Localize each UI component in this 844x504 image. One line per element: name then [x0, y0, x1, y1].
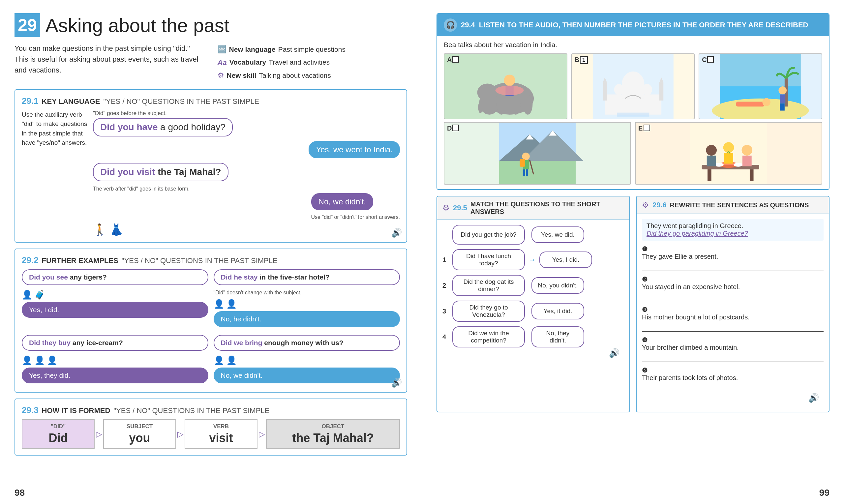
- person-ic-1: 👤: [22, 355, 32, 365]
- svg-point-5: [478, 84, 498, 101]
- match-q-3: Did they go to Venezuela?: [452, 301, 525, 322]
- audio-icon-29-1[interactable]: 🔊: [391, 228, 402, 238]
- listen-subtitle: Bea talks about her vacation in India.: [444, 41, 822, 49]
- rewrite-text-1: They gave Ellie a present.: [642, 253, 824, 260]
- figures-money: 👤 👤: [214, 355, 400, 365]
- q1-rest: a good holiday?: [160, 122, 226, 132]
- person-m-1: 👤: [214, 355, 224, 365]
- match-body: Did you get the job? Yes, we did. 1 Did …: [437, 220, 629, 367]
- match-row-3: 3 Did they go to Venezuela? Yes, it did.: [443, 301, 624, 322]
- bottom-row: ⚙ 29.5 MATCH THE QUESTIONS TO THE SHORT …: [436, 196, 829, 412]
- pic-a-label: A: [447, 56, 452, 64]
- pic-e-label: E: [638, 125, 643, 132]
- further-q2: Did he stay in the five-star hotel?: [214, 269, 400, 285]
- rewrite-header: ⚙ 29.6 REWRITE THE SENTENCES AS QUESTION…: [636, 196, 829, 214]
- rewrite-item-1: ❶ They gave Ellie a present.: [642, 245, 824, 271]
- did-money-pre: Did we bring: [221, 339, 263, 346]
- skill-icon: ⚙: [218, 69, 224, 82]
- svg-point-3: [497, 95, 506, 115]
- figures-icecream: 👤 👤 👤: [22, 355, 208, 365]
- pic-d-checkbox[interactable]: [452, 125, 459, 131]
- audio-icon-29-6[interactable]: 🔊: [637, 393, 819, 403]
- rewrite-example: They went paragliding in Greece. Did the…: [642, 219, 824, 241]
- did-tigers-rest: any tigers?: [70, 273, 107, 281]
- rewrite-num-1: ❶: [642, 246, 647, 252]
- pic-a-checkbox[interactable]: [452, 56, 459, 62]
- formed-cell-object: OBJECT the Taj Mahal?: [266, 419, 400, 449]
- pic-b-num: 1: [580, 56, 588, 64]
- rewrite-line-5[interactable]: [642, 383, 824, 392]
- listen-label: LISTEN TO THE AUDIO, THEN NUMBER THE PIC…: [479, 21, 808, 29]
- match-row-1: 1 Did I have lunch today? → Yes, I did.: [443, 249, 624, 270]
- rewrite-line-4[interactable]: [642, 353, 824, 362]
- svg-point-2: [523, 95, 533, 115]
- svg-point-8: [496, 86, 524, 95]
- audio-icon-29-5[interactable]: 🔊: [438, 348, 619, 358]
- formed-arrow-2: ▷: [176, 419, 185, 449]
- rewrite-example-ans: Did they go paragliding in Greece?: [647, 230, 819, 237]
- rewrite-line-1[interactable]: [642, 262, 824, 271]
- section-29-3-num: 29.3: [22, 405, 39, 415]
- meta-box: 🔤 New language Past simple questions Aa …: [218, 43, 408, 82]
- rewrite-text-5: Their parents took lots of photos.: [642, 374, 824, 382]
- language-icon: 🔤: [218, 43, 227, 56]
- meta-label-vocab: Vocabulary: [230, 56, 266, 69]
- formed-cell-did: "DID" Did: [22, 419, 95, 449]
- formed-table: "DID" Did ▷ SUBJECT you ▷ VERB visit ▷ O…: [22, 419, 400, 449]
- match-row-num-4: 4: [443, 333, 449, 341]
- further-q1: Did you see any tigers?: [22, 269, 208, 285]
- annotation-verb-base: The verb after "did" goes in its base fo…: [93, 186, 400, 192]
- rewrite-line-3[interactable]: [642, 322, 824, 331]
- section-29-1-label: KEY LANGUAGE: [42, 97, 100, 106]
- svg-point-49: [706, 145, 717, 156]
- meta-value-skill: Talking about vacations: [259, 69, 331, 82]
- person-2: 🧳: [34, 290, 45, 300]
- intro-text: You can make questions in the past simpl…: [15, 43, 204, 82]
- rewrite-num-3: ❸: [642, 306, 647, 313]
- rewrite-num-5: ❺: [642, 367, 647, 374]
- section-29-1-num: 29.1: [22, 96, 39, 106]
- svg-rect-29: [782, 103, 785, 110]
- rewrite-line-2[interactable]: [642, 292, 824, 301]
- svg-rect-28: [780, 103, 782, 110]
- svg-rect-44: [707, 169, 712, 181]
- match-row-2: 2 Did the dog eat its dinner? No, you di…: [443, 275, 624, 296]
- pic-c-checkbox[interactable]: [707, 56, 714, 62]
- svg-point-26: [779, 86, 787, 95]
- vocab-icon: Aa: [218, 56, 227, 69]
- pic-a: A: [444, 53, 568, 119]
- rewrite-body: They went paragliding in Greece. Did the…: [636, 214, 829, 412]
- left-page: 29 Asking about the past You can make qu…: [0, 0, 422, 504]
- section-29-1-header: 29.1 KEY LANGUAGE "YES / NO" QUESTIONS I…: [22, 96, 400, 106]
- formed-header-did: "DID": [28, 423, 89, 430]
- match-row-num-3: 3: [443, 308, 449, 315]
- pic-b: B 1: [571, 53, 695, 119]
- annotation-no-change: "Did" doesn't change with the subject.: [214, 290, 400, 296]
- rewrite-item-2: ❷ You stayed in an expensive hotel.: [642, 275, 824, 301]
- person-1: 👤: [22, 290, 32, 300]
- formed-value-verb: visit: [191, 431, 252, 445]
- page: 29 Asking about the past You can make qu…: [0, 0, 844, 504]
- pic-c-svg: [699, 54, 822, 119]
- listen-body: Bea talks about her vacation in India. A: [437, 36, 829, 189]
- audio-icon-29-2[interactable]: 🔊: [391, 378, 402, 388]
- pic-b-label: B: [575, 56, 579, 64]
- pic-b-svg: [572, 54, 694, 119]
- section-29-3: 29.3 HOW IT IS FORMED "YES / NO" QUESTIO…: [15, 398, 407, 455]
- rewrite-text-3: His mother bought a lot of postcards.: [642, 313, 824, 321]
- speech-q2: Did you visit the Taj Mahal?: [93, 163, 229, 181]
- speech-a2: No, we didn't.: [311, 193, 374, 210]
- picture-grid-top: A: [444, 53, 822, 119]
- match-header: ⚙ 29.5 MATCH THE QUESTIONS TO THE SHORT …: [437, 196, 629, 220]
- pic-e-checkbox[interactable]: [644, 125, 650, 131]
- listen-audio-icon[interactable]: 🎧: [444, 18, 457, 32]
- did-highlight: Did you have: [100, 122, 158, 132]
- svg-rect-38: [520, 159, 525, 166]
- match-q-4: Did we win the competition?: [452, 326, 525, 347]
- section-29-2-label: FURTHER EXAMPLES: [42, 256, 118, 265]
- figures-tigers: 👤 🧳: [22, 290, 208, 300]
- svg-rect-35: [499, 161, 576, 184]
- intro-row: You can make questions in the past simpl…: [15, 43, 407, 82]
- match-arrow-1: →: [528, 255, 536, 264]
- meta-item-skill: ⚙ New skill Talking about vacations: [218, 69, 408, 82]
